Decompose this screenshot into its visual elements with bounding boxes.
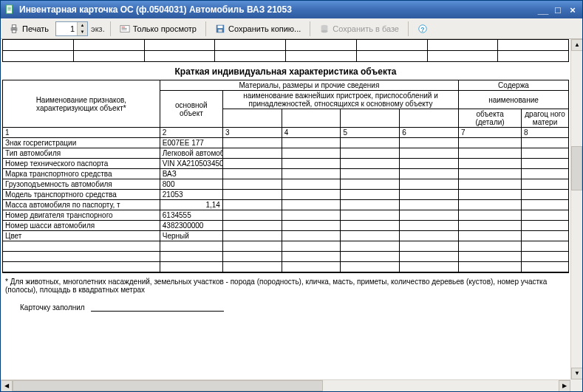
maximize-button[interactable]: □ [551, 4, 565, 16]
toolbar-separator [205, 21, 206, 36]
save-copy-icon [215, 24, 225, 34]
spinner-down-icon[interactable]: ▼ [77, 29, 87, 35]
print-icon [9, 24, 19, 34]
row-cell [459, 231, 522, 241]
row-label: Тип автомобиля [3, 148, 160, 159]
header-obj-details: объекта (детали) [459, 109, 522, 128]
document-body: Краткая индивидуальная характеристика об… [1, 39, 570, 379]
row-cell [341, 179, 400, 190]
row-cell [459, 200, 522, 210]
header-precious: драгоц ного матери [522, 109, 569, 128]
row-cell [400, 221, 459, 231]
row-main: Е007ЕЕ 177 [160, 138, 222, 148]
row-cell [400, 159, 459, 169]
row-cell [282, 138, 341, 148]
svg-rect-10 [121, 29, 126, 30]
svg-text:?: ? [420, 25, 424, 32]
copies-input[interactable] [56, 22, 77, 35]
section-title: Краткая индивидуальная характеристика об… [2, 62, 569, 80]
scroll-thumb[interactable] [571, 146, 582, 190]
scroll-up-icon[interactable]: ▲ [571, 39, 582, 51]
row-cell [522, 138, 569, 148]
row-cell [341, 138, 400, 148]
header-naming: наименование [459, 91, 569, 109]
row-cell [282, 190, 341, 200]
table-row: Грузоподъемность автомобиля800 [3, 179, 569, 190]
colnum: 5 [341, 128, 400, 138]
close-button[interactable]: × [566, 4, 579, 16]
scroll-right-icon[interactable]: ▶ [559, 380, 570, 391]
table-row [3, 252, 569, 262]
svg-point-16 [321, 30, 328, 32]
scroll-track[interactable] [571, 51, 582, 368]
row-cell [341, 221, 400, 231]
svg-rect-13 [218, 29, 222, 32]
print-button[interactable]: Печать [4, 21, 54, 37]
save-copy-label: Сохранить копию... [228, 24, 301, 33]
scroll-thumb[interactable] [13, 380, 323, 391]
row-cell [522, 210, 569, 221]
header-main-obj: основной объект [160, 91, 222, 128]
view-only-button[interactable]: Только просмотр [115, 21, 202, 37]
view-only-icon [120, 24, 130, 34]
vertical-scrollbar[interactable]: ▲ ▼ [570, 39, 582, 379]
svg-rect-8 [121, 27, 124, 27]
sign-underline [91, 303, 224, 312]
save-copy-button[interactable]: Сохранить копию... [210, 21, 306, 37]
spinner-up-icon[interactable]: ▲ [77, 22, 87, 29]
row-cell [282, 179, 341, 190]
row-main: Легковой автомобиль [160, 148, 222, 159]
horizontal-scrollbar[interactable]: ◀ ▶ [1, 379, 570, 391]
colnum: 2 [160, 128, 222, 138]
characteristics-table: Наименование признаков, характеризующих … [2, 80, 569, 272]
row-cell [341, 159, 400, 169]
row-cell [400, 231, 459, 241]
scroll-track[interactable] [13, 380, 559, 391]
row-cell [459, 221, 522, 231]
sign-label: Карточку заполнил [20, 303, 85, 312]
table-row: Марка транспортного средстваВАЗ [3, 169, 569, 179]
row-label: Модель транспортного средства [3, 190, 160, 200]
row-cell [459, 179, 522, 190]
row-cell [400, 169, 459, 179]
header-attrs: Наименование признаков, характеризующих … [3, 80, 160, 128]
copies-spinner[interactable]: ▲ ▼ [55, 21, 88, 36]
row-cell [341, 231, 400, 241]
svg-rect-0 [7, 5, 13, 13]
header-sub-6 [400, 109, 459, 128]
row-main: VIN ХА210503450209463 [160, 159, 222, 169]
row-cell [400, 138, 459, 148]
table-row: Масса автомобиля по паспорту, т1,14 [3, 200, 569, 210]
table-row: Модель транспортного средства21053 [3, 190, 569, 200]
table-row: Номер двигателя транспорного6134555 [3, 210, 569, 221]
svg-rect-2 [7, 8, 10, 9]
minimize-button[interactable]: __ [536, 4, 550, 16]
row-label: Масса автомобиля по паспорту, т [3, 200, 160, 210]
row-label: Номер шасси автомобиля [3, 221, 160, 231]
scroll-down-icon[interactable]: ▼ [571, 368, 582, 379]
help-button[interactable]: ? [412, 21, 433, 37]
svg-rect-9 [121, 28, 126, 29]
row-cell [282, 169, 341, 179]
row-cell [222, 210, 282, 221]
row-cell [400, 179, 459, 190]
document-viewport: Краткая индивидуальная характеристика об… [1, 39, 582, 391]
row-cell [522, 148, 569, 159]
row-cell [222, 148, 282, 159]
row-cell [282, 200, 341, 210]
table-row: ЦветЧерный [3, 231, 569, 241]
svg-rect-1 [7, 7, 10, 8]
colnum: 1 [3, 128, 160, 138]
toolbar-separator [310, 21, 310, 36]
row-cell [522, 169, 569, 179]
row-cell [459, 190, 522, 200]
help-icon: ? [417, 24, 428, 34]
scroll-left-icon[interactable]: ◀ [1, 380, 13, 391]
row-cell [341, 200, 400, 210]
top-blank-grid [2, 39, 569, 62]
row-cell [522, 159, 569, 169]
row-cell [459, 210, 522, 221]
svg-rect-6 [12, 30, 16, 32]
colnum: 3 [222, 128, 282, 138]
colnum: 4 [282, 128, 341, 138]
